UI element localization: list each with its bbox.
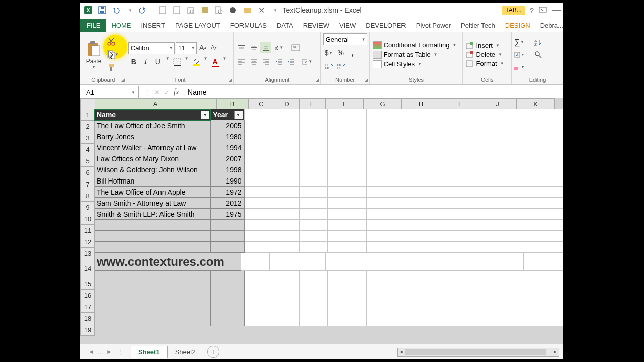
cell[interactable]	[245, 187, 272, 198]
cell[interactable]	[524, 253, 564, 271]
cell-year[interactable]: 1975	[211, 209, 244, 220]
cell[interactable]	[272, 271, 300, 282]
cell[interactable]	[445, 293, 485, 304]
cell[interactable]	[328, 198, 367, 209]
cell-name[interactable]: The Law Office of Ann Apple	[95, 187, 211, 198]
cell[interactable]	[300, 242, 328, 253]
cell[interactable]	[367, 109, 406, 120]
cell[interactable]	[272, 187, 300, 198]
cell[interactable]	[406, 153, 445, 164]
cell[interactable]	[300, 293, 328, 304]
cell-year[interactable]: 2007	[211, 153, 244, 164]
save-icon[interactable]	[97, 5, 107, 15]
cell[interactable]	[524, 131, 564, 142]
cell[interactable]	[300, 315, 328, 326]
cell[interactable]	[300, 282, 328, 293]
cell[interactable]	[328, 271, 367, 282]
watermark-cell[interactable]: www.contextures.com	[95, 253, 242, 271]
row-header-18[interactable]: 18	[80, 313, 95, 324]
col-header-F[interactable]: F	[326, 98, 364, 109]
font-expand-icon[interactable]: ◢	[229, 77, 232, 82]
cell[interactable]	[242, 253, 270, 271]
filter-year-icon[interactable]: ▼	[234, 111, 243, 119]
cell[interactable]	[367, 242, 406, 253]
cell[interactable]	[328, 153, 367, 164]
fill-dropdown-icon[interactable]: ▼	[203, 56, 209, 67]
align-left-icon[interactable]	[236, 56, 247, 67]
cell-year[interactable]: 1972	[211, 187, 244, 198]
cell[interactable]	[300, 175, 328, 187]
cell[interactable]	[367, 131, 406, 142]
add-sheet-button[interactable]: +	[207, 346, 219, 358]
cell[interactable]	[406, 198, 445, 209]
scroll-left-icon[interactable]: ◄	[398, 348, 405, 355]
cell[interactable]	[300, 209, 328, 220]
tab-peltier-tech[interactable]: Peltier Tech	[456, 19, 500, 32]
cell[interactable]	[367, 315, 406, 326]
row-header-10[interactable]: 10	[80, 213, 95, 225]
number-expand-icon[interactable]: ◢	[365, 77, 368, 82]
cell[interactable]	[367, 175, 406, 187]
comma-icon[interactable]: ,	[347, 47, 358, 58]
cell[interactable]	[406, 293, 445, 304]
sheet-nav-first-icon[interactable]: ◄	[88, 348, 94, 355]
row-header-8[interactable]: 8	[80, 190, 95, 202]
tab-developer[interactable]: DEVELOPER	[361, 19, 411, 32]
cell[interactable]	[406, 315, 445, 326]
table-header-year[interactable]: Year▼	[211, 109, 244, 120]
enter-formula-icon[interactable]: ✓	[164, 88, 170, 96]
qat-new-icon[interactable]	[157, 5, 168, 15]
formula-input[interactable]: Name	[184, 88, 564, 96]
format-painter-icon[interactable]	[106, 62, 117, 73]
delete-cells-button[interactable]: Delete▼	[465, 51, 506, 58]
cell[interactable]	[245, 220, 272, 231]
cell[interactable]	[245, 304, 272, 315]
cell[interactable]	[245, 198, 272, 209]
cell[interactable]	[406, 304, 445, 315]
ribbon-options-icon[interactable]	[539, 7, 547, 14]
col-header-I[interactable]: I	[440, 98, 478, 109]
fontcolor-dropdown-icon[interactable]: ▼	[222, 56, 228, 67]
cell[interactable]	[406, 120, 445, 131]
cell[interactable]	[524, 187, 564, 198]
cell[interactable]	[524, 164, 564, 175]
format-cells-button[interactable]: Format▼	[465, 60, 506, 67]
underline-dropdown-icon[interactable]: ▼	[165, 56, 171, 67]
cell-name[interactable]: Vincent Waller - Attorney at Law	[95, 142, 211, 153]
font-size-select[interactable]: 11▼	[176, 42, 197, 54]
cell[interactable]	[245, 175, 272, 187]
cell[interactable]	[328, 293, 367, 304]
cell[interactable]	[367, 304, 406, 315]
scroll-thumb[interactable]	[405, 349, 546, 355]
cell[interactable]	[524, 282, 564, 293]
cell[interactable]	[272, 304, 300, 315]
cell[interactable]	[245, 142, 272, 153]
cell[interactable]	[300, 187, 328, 198]
cell[interactable]	[328, 209, 367, 220]
cell[interactable]	[445, 175, 485, 187]
cell[interactable]	[406, 187, 445, 198]
tab-home[interactable]: HOME	[106, 19, 136, 32]
cell-name[interactable]: Bill Hoffman	[95, 175, 211, 187]
tab-pivot-power[interactable]: Pivot Power	[411, 19, 456, 32]
cell[interactable]	[328, 304, 367, 315]
col-header-H[interactable]: H	[402, 98, 440, 109]
cell[interactable]	[300, 131, 328, 142]
cell[interactable]	[445, 304, 485, 315]
cell[interactable]	[406, 220, 445, 231]
cell[interactable]	[445, 131, 485, 142]
sheet-nav-last-icon[interactable]: ►	[106, 348, 112, 355]
cell[interactable]	[445, 142, 485, 153]
cell[interactable]	[328, 164, 367, 175]
cell[interactable]	[211, 315, 244, 326]
borders-dropdown-icon[interactable]: ▼	[184, 56, 190, 67]
cell[interactable]	[95, 293, 211, 304]
cell[interactable]	[524, 293, 564, 304]
cell[interactable]	[272, 164, 300, 175]
cell[interactable]	[524, 109, 564, 120]
cell[interactable]	[328, 242, 367, 253]
row-header-12[interactable]: 12	[80, 236, 95, 248]
cell[interactable]	[485, 293, 524, 304]
cell[interactable]	[297, 253, 326, 271]
col-header-K[interactable]: K	[517, 98, 555, 109]
